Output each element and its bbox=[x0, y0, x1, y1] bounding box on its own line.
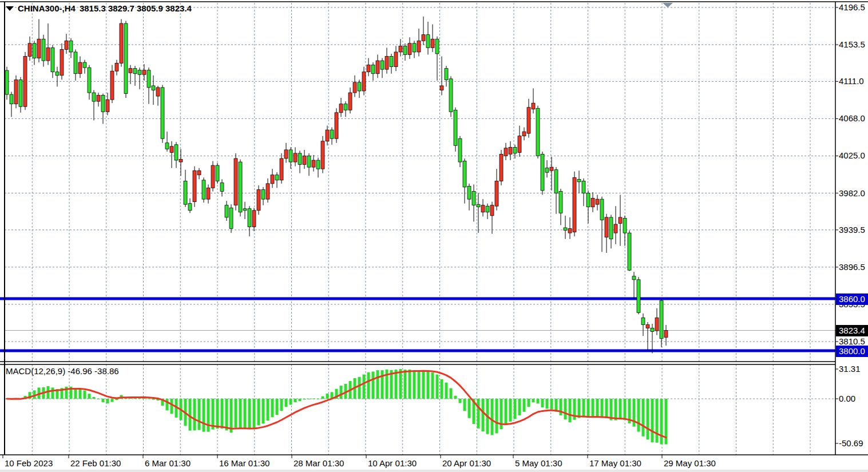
price-axis-label: 3939.5 bbox=[839, 225, 865, 235]
symbol-dropdown-icon[interactable] bbox=[6, 6, 14, 11]
macd-axis-label: 31.31 bbox=[839, 364, 861, 374]
macd-axis-label: 0.00 bbox=[839, 394, 855, 403]
price-axis-label: 4111.0 bbox=[839, 76, 864, 86]
time-axis-label: 29 May 01:30 bbox=[664, 458, 716, 468]
time-axis-label: 10 Apr 01:30 bbox=[368, 458, 417, 468]
time-axis-label: 22 Feb 01:30 bbox=[70, 458, 121, 468]
time-axis-label: 28 Mar 01:30 bbox=[294, 458, 344, 468]
window-bottom-edge bbox=[0, 470, 868, 472]
price-axis-label: 3896.5 bbox=[839, 262, 865, 272]
chart-quote-header: CHINA300-,H43815.3 3829.7 3805.9 3823.4 bbox=[6, 3, 192, 13]
symbol-timeframe-label: CHINA300-,H4 bbox=[18, 3, 76, 13]
time-axis-label: 16 Mar 01:30 bbox=[219, 458, 269, 468]
macd-axis-label: -50.69 bbox=[839, 438, 863, 448]
price-axis-label: 4068.0 bbox=[839, 113, 865, 123]
chart-shift-marker-icon[interactable] bbox=[663, 3, 673, 7]
time-axis-label: 17 May 01:30 bbox=[589, 458, 641, 468]
macd-indicator-label: MACD(12,26,9) -46.96 -38.86 bbox=[6, 366, 119, 376]
price-axis-label: 3810.5 bbox=[839, 336, 865, 346]
price-tag-3800.0: 3800.0 bbox=[836, 346, 868, 357]
price-tag-3823.4: 3823.4 bbox=[836, 325, 868, 336]
time-axis-label: 5 May 01:30 bbox=[515, 458, 562, 468]
price-axis-label: 4153.5 bbox=[839, 39, 865, 49]
price-tag-3860.0: 3860.0 bbox=[836, 293, 868, 305]
price-axis-label: 3982.0 bbox=[839, 188, 865, 198]
candlestick-chart-canvas[interactable] bbox=[0, 0, 868, 472]
time-axis-label: 20 Apr 01:30 bbox=[442, 458, 491, 468]
time-axis-label: 10 Feb 2023 bbox=[5, 458, 53, 468]
price-axis-label: 4196.5 bbox=[839, 2, 865, 12]
trading-chart-window: CHINA300-,H43815.3 3829.7 3805.9 3823.4 … bbox=[0, 0, 868, 472]
quote-ohlc-values: 3815.3 3829.7 3805.9 3823.4 bbox=[80, 3, 192, 13]
price-axis-label: 4025.0 bbox=[839, 150, 865, 160]
time-axis-label: 6 Mar 01:30 bbox=[145, 458, 191, 468]
